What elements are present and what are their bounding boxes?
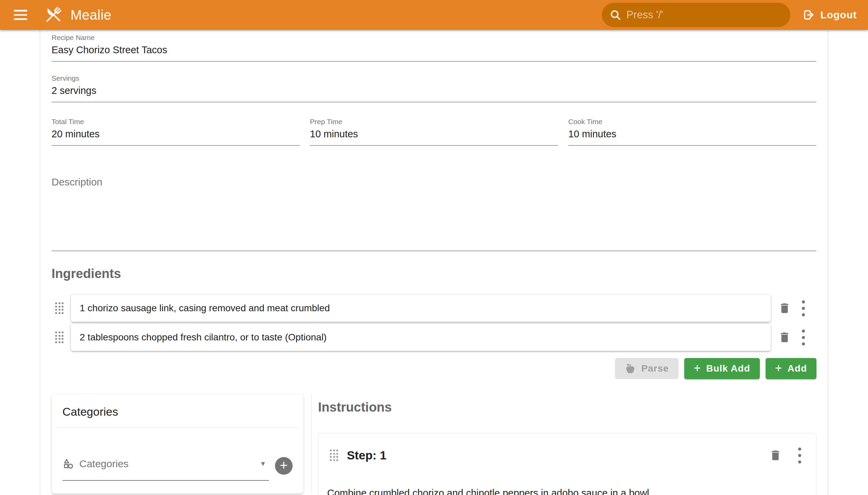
ingredient-menu-button[interactable] [802,301,805,316]
ingredients-section-title: Ingredients [52,266,816,281]
logout-button[interactable]: Logout [802,8,857,21]
trash-icon [778,302,791,314]
hamburger-menu-icon[interactable] [13,8,29,21]
trash-icon [769,449,782,462]
ingredient-card [71,324,771,351]
categories-select-label: Categories [79,458,129,470]
apple-icon [625,363,636,374]
ingredient-input[interactable] [71,303,771,313]
recipe-name-field: Recipe Name [52,33,816,62]
servings-label: Servings [52,74,816,83]
delete-ingredient-button[interactable] [778,331,791,344]
logout-icon [802,8,815,21]
description-label: Description [52,176,816,188]
plus-icon: + [694,362,701,374]
parse-button[interactable]: Parse [615,358,678,379]
column-divider [311,394,311,494]
drag-handle-icon[interactable] [330,449,338,461]
search-input[interactable] [626,9,783,21]
bulk-add-button[interactable]: + Bulk Add [684,358,760,379]
add-button[interactable]: + Add [766,358,816,379]
cook-time-input[interactable] [568,126,816,146]
app-title: Mealie [70,7,112,23]
servings-field: Servings [52,74,816,102]
categories-select-row: Categories ▼ + [62,449,293,481]
instructions-section-title: Instructions [318,400,816,415]
ingredients-list [52,295,816,351]
categories-select[interactable]: Categories ▼ [62,449,269,481]
add-category-button[interactable]: + [275,457,293,475]
total-time-input[interactable] [52,126,300,146]
categories-card: Categories Categories ▼ + [52,394,304,494]
instructions-column: Instructions Step: 1 Combine crumbl [314,394,816,494]
logout-label: Logout [820,9,857,21]
plus-icon: + [775,362,783,374]
chevron-down-icon: ▼ [260,460,266,467]
search-bar[interactable] [602,3,790,27]
ingredient-input[interactable] [71,332,771,343]
recipe-name-input[interactable] [52,42,816,62]
ingredients-actions-row: Parse + Bulk Add + Add [52,358,816,379]
kebab-menu-icon [798,447,801,463]
divider [57,428,298,428]
categories-column: Categories Categories ▼ + [52,394,304,494]
cook-time-label: Cook Time [568,117,816,126]
trash-icon [778,331,791,344]
parse-label: Parse [641,363,669,374]
mealie-fork-knife-logo-icon[interactable] [43,4,64,25]
description-field[interactable]: Description [52,176,816,251]
lower-columns: Categories Categories ▼ + [52,394,816,494]
step-menu-button[interactable] [798,447,801,463]
step-title: Step: 1 [347,447,387,464]
step-text[interactable]: Combine crumbled chorizo and chipotle pe… [327,486,807,495]
step-header: Step: 1 [327,447,807,464]
prep-time-label: Prep Time [310,117,558,126]
delete-ingredient-button[interactable] [778,302,791,314]
kebab-menu-icon [802,301,805,316]
time-fields-row: Total Time Prep Time Cook Time [52,116,816,146]
recipe-name-label: Recipe Name [52,33,816,42]
kebab-menu-icon [802,329,805,345]
instruction-step-card: Step: 1 Combine crumbled chorizo and chi… [318,433,816,495]
delete-step-button[interactable] [769,449,782,462]
plus-icon: + [280,458,288,472]
shapes-icon [62,458,74,470]
servings-input[interactable] [52,83,816,102]
categories-card-title: Categories [52,394,304,428]
search-icon [609,9,622,21]
drag-handle-icon[interactable] [55,331,63,343]
ingredient-row [52,324,816,351]
total-time-field: Total Time [52,116,300,146]
prep-time-field: Prep Time [310,116,558,146]
drag-handle-icon[interactable] [55,303,63,314]
prep-time-input[interactable] [310,126,558,146]
ingredient-card [71,295,771,322]
total-time-label: Total Time [52,117,300,126]
add-label: Add [788,363,807,374]
app-bar: Mealie Logout [0,0,868,30]
cook-time-field: Cook Time [568,116,816,146]
recipe-editor-card: Recipe Name Servings Total Time Prep Tim… [40,30,828,495]
ingredient-row [52,295,816,322]
ingredient-menu-button[interactable] [802,329,805,345]
bulk-add-label: Bulk Add [706,363,750,374]
